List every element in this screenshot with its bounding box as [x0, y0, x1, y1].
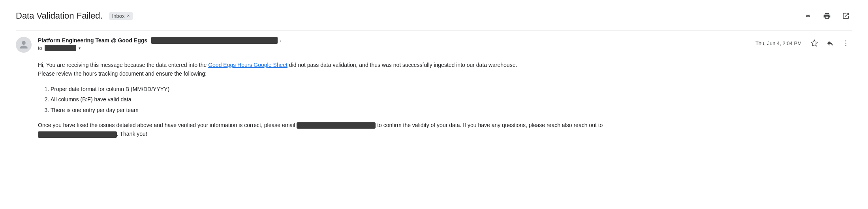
closing-before: Once you have fixed the issues detailed …	[38, 122, 297, 128]
body-review-text: Please review the hours tracking documen…	[38, 70, 207, 77]
avatar: ▲▼	[16, 37, 32, 53]
reply-icon	[826, 39, 834, 47]
body-intro-after: did not pass data validation, and thus w…	[287, 62, 517, 68]
expand-collapse-button[interactable]	[802, 10, 814, 22]
email-body: Hi, You are receiving this message becau…	[16, 61, 852, 139]
subject-divider	[16, 30, 852, 30]
subject-actions	[802, 10, 852, 22]
to-dropdown-arrow[interactable]: ▾	[79, 46, 81, 50]
reply-button[interactable]	[824, 37, 836, 49]
body-intro-paragraph: Hi, You are receiving this message becau…	[38, 61, 852, 78]
sender-row: ▲▼ Platform Engineering Team @ Good Eggs…	[16, 37, 852, 53]
sender-email-close: ›	[280, 38, 282, 44]
action-icons	[808, 37, 852, 49]
star-icon	[810, 39, 818, 47]
sender-name-row: Platform Engineering Team @ Good Eggs ›	[38, 37, 282, 44]
person-icon	[19, 40, 28, 49]
subject-title: Data Validation Failed.	[16, 11, 103, 21]
inbox-badge-close[interactable]: ×	[127, 13, 130, 19]
sender-right: Thu, Jun 4, 2:04 PM	[755, 37, 852, 49]
email-container: Data Validation Failed. Inbox ×	[0, 0, 868, 154]
sender-left: ▲▼ Platform Engineering Team @ Good Eggs…	[16, 37, 282, 53]
to-label: to	[38, 45, 42, 51]
inbox-badge: Inbox ×	[109, 12, 133, 20]
email-timestamp: Thu, Jun 4, 2:04 PM	[755, 40, 802, 46]
to-row: to ▾	[38, 45, 282, 51]
sender-info: Platform Engineering Team @ Good Eggs › …	[38, 37, 282, 51]
svg-point-0	[845, 40, 847, 42]
closing-after: . Thank you!	[117, 131, 147, 137]
open-external-button[interactable]	[840, 10, 852, 22]
list-item-2: All columns (B:F) have valid data	[51, 95, 852, 104]
closing-email-redacted-1	[297, 122, 376, 129]
inbox-badge-label: Inbox	[112, 13, 125, 19]
subject-row: Data Validation Failed. Inbox ×	[16, 10, 852, 22]
body-closing-paragraph: Once you have fixed the issues detailed …	[38, 121, 852, 139]
sender-email-redacted	[151, 37, 278, 44]
closing-middle: to confirm the validity of your data. If…	[376, 122, 603, 128]
google-sheet-link[interactable]: Good Eggs Hours Google Sheet	[208, 62, 287, 68]
subject-left: Data Validation Failed. Inbox ×	[16, 11, 133, 21]
validation-rules-list: Proper date format for column B (MM/DD/Y…	[38, 85, 852, 114]
svg-point-1	[845, 43, 847, 44]
print-button[interactable]	[821, 10, 833, 22]
star-button[interactable]	[808, 37, 821, 49]
to-redacted	[45, 45, 76, 51]
closing-email-redacted-2	[38, 131, 117, 138]
more-options-button[interactable]	[840, 37, 852, 49]
more-options-icon	[842, 39, 850, 47]
print-icon	[823, 12, 831, 20]
list-item-3: There is one entry per day per team	[51, 106, 852, 114]
list-item-1: Proper date format for column B (MM/DD/Y…	[51, 85, 852, 93]
svg-point-2	[845, 45, 847, 46]
sender-name: Platform Engineering Team @ Good Eggs	[38, 37, 147, 44]
expand-collapse-icon	[804, 12, 812, 20]
external-link-icon	[842, 12, 850, 20]
body-intro-text: Hi, You are receiving this message becau…	[38, 62, 208, 68]
